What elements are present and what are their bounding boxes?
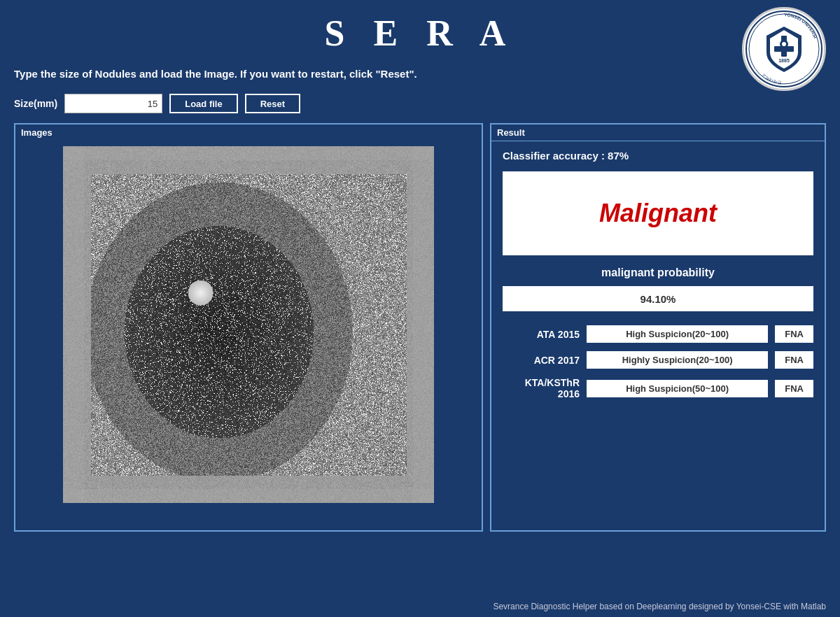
main-content: Images Result Classifier accuracy : 87% …	[0, 118, 840, 537]
footer: Sevrance Diagnostic Helper based on Deep…	[493, 602, 826, 611]
guideline-name-acr: ACR 2017	[503, 355, 580, 366]
result-panel: Result Classifier accuracy : 87% Maligna…	[490, 123, 826, 532]
guideline-row-acr: ACR 2017 Highly Suspicion(20~100) FNA	[503, 351, 813, 369]
reset-button[interactable]: Reset	[245, 94, 300, 113]
header: S E R A 1885	[0, 0, 840, 61]
classifier-accuracy: Classifier accuracy : 87%	[503, 150, 813, 162]
instructions: Type the size of Nodules and load the Im…	[0, 61, 840, 90]
size-input[interactable]	[64, 94, 162, 113]
guidelines: ATA 2015 High Suspicion(20~100) FNA ACR …	[503, 325, 813, 399]
prob-bar: 94.10%	[503, 286, 813, 311]
images-panel: Images	[14, 123, 483, 532]
guideline-result-kta: High Suspicion(50~100)	[587, 380, 768, 397]
guideline-row-ata: ATA 2015 High Suspicion(20~100) FNA	[503, 325, 813, 343]
diagnosis-box: Malignant	[503, 171, 813, 255]
images-panel-label: Images	[15, 125, 482, 141]
diagnosis-text: Malignant	[599, 199, 717, 228]
logo-circle: 1885 YONSEI UNIVERSITY 연세대학교	[742, 7, 826, 91]
result-content: Classifier accuracy : 87% Malignant mali…	[491, 141, 825, 408]
prob-value: 94.10%	[640, 293, 676, 305]
logo-svg: 1885 YONSEI UNIVERSITY 연세대학교	[744, 9, 824, 89]
result-label: Result	[491, 125, 825, 141]
guideline-name-kta: KTA/KSThR 2016	[503, 377, 580, 399]
app-title: S E R A	[325, 13, 516, 54]
university-logo: 1885 YONSEI UNIVERSITY 연세대학교	[742, 7, 826, 91]
guideline-name-ata: ATA 2015	[503, 329, 580, 340]
ultrasound-image-container	[63, 146, 434, 503]
guideline-result-ata: High Suspicion(20~100)	[587, 325, 768, 343]
svg-point-5	[782, 42, 786, 46]
guideline-action-acr: FNA	[775, 351, 813, 369]
svg-text:1885: 1885	[778, 58, 790, 63]
guideline-row-kta: KTA/KSThR 2016 High Suspicion(50~100) FN…	[503, 377, 813, 399]
guideline-action-kta: FNA	[775, 380, 813, 397]
ultrasound-canvas	[63, 146, 434, 503]
size-label: Size(mm)	[14, 98, 57, 109]
controls-row: Size(mm) Load file Reset	[0, 90, 840, 118]
guideline-result-acr: Highly Suspicion(20~100)	[587, 351, 768, 369]
guideline-action-ata: FNA	[775, 325, 813, 343]
prob-label: malignant probability	[503, 267, 813, 279]
load-file-button[interactable]: Load file	[169, 94, 237, 113]
